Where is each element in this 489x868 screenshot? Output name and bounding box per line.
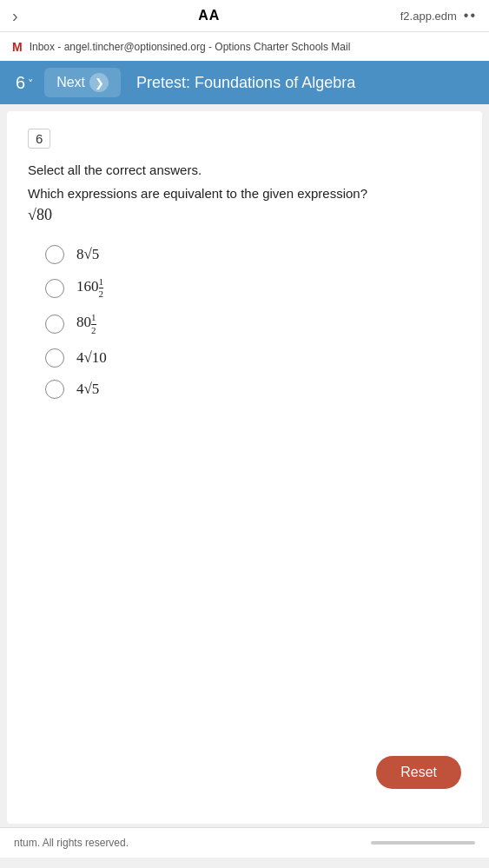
list-item: 8√5 <box>45 245 461 264</box>
reset-button[interactable]: Reset <box>376 756 461 789</box>
list-item: 4√5 <box>45 380 461 399</box>
option-checkbox-2[interactable] <box>45 279 64 298</box>
footer-text: ntum. All rights reserved. <box>14 837 129 849</box>
nav-chevron[interactable]: ˅ <box>28 77 34 90</box>
option-label-4[interactable]: 4√10 <box>76 349 107 367</box>
option-label-5[interactable]: 4√5 <box>76 381 99 398</box>
more-dots[interactable]: •• <box>464 8 477 23</box>
option-checkbox-5[interactable] <box>45 380 64 399</box>
page-title: Pretest: Foundations of Algebra <box>136 74 489 92</box>
option-label-3[interactable]: 8012 <box>76 312 96 335</box>
domain-text: f2.app.edm <box>400 10 457 23</box>
option-checkbox-4[interactable] <box>45 348 64 368</box>
address-text: Inbox - angel.tincher@optionsined.org - … <box>30 41 351 53</box>
options-list: 8√5 16012 8012 4√10 4√5 <box>45 245 461 399</box>
question-body: Which expressions are equivalent to the … <box>28 186 461 201</box>
question-number-badge: 6 <box>28 129 50 149</box>
option-label-1[interactable]: 8√5 <box>76 246 99 263</box>
nav-bar: 6 ˅ Next ❯ Pretest: Foundations of Algeb… <box>0 61 489 104</box>
option-checkbox-3[interactable] <box>45 315 64 334</box>
list-item: 8012 <box>45 312 461 335</box>
status-bar: › AA f2.app.edm •• <box>0 0 489 31</box>
given-expression: √80 <box>28 206 461 224</box>
next-button[interactable]: Next ❯ <box>44 68 121 97</box>
option-checkbox-1[interactable] <box>45 245 64 264</box>
footer: ntum. All rights reserved. <box>0 827 489 858</box>
aa-label: AA <box>198 8 220 23</box>
status-back-arrow[interactable]: › <box>12 6 18 26</box>
option-label-2[interactable]: 16012 <box>76 276 103 300</box>
gmail-icon: M <box>12 40 23 54</box>
address-bar: M Inbox - angel.tincher@optionsined.org … <box>0 31 489 61</box>
question-nav-number: 6 ˅ <box>9 73 41 93</box>
instruction-text: Select all the correct answers. <box>28 162 461 177</box>
next-arrow-icon: ❯ <box>89 73 109 92</box>
list-item: 16012 <box>45 276 461 300</box>
footer-scrollbar[interactable] <box>371 841 475 845</box>
main-content: 6 Select all the correct answers. Which … <box>7 111 482 824</box>
list-item: 4√10 <box>45 348 461 368</box>
next-label: Next <box>56 75 85 90</box>
